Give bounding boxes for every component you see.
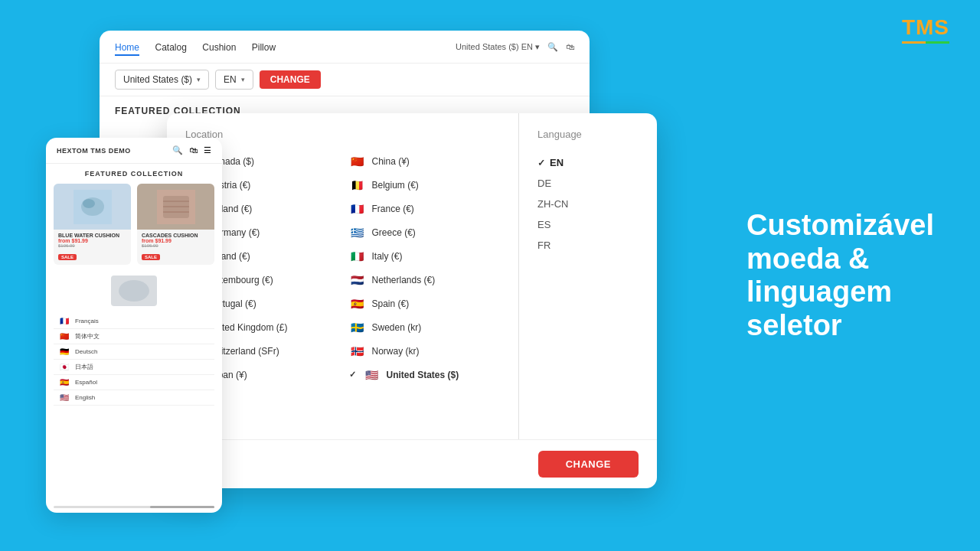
flag-belgium: 🇧🇪	[349, 179, 366, 191]
promo-line3: linguagem	[746, 276, 892, 308]
product-blue-water-price: from $91.99	[58, 238, 126, 243]
country-belgium[interactable]: 🇧🇪 Belgium (€)	[349, 176, 501, 194]
mobile-cart-icon[interactable]: 🛍	[189, 145, 198, 155]
flag-norway: 🇳🇴	[349, 345, 366, 357]
location-title: Location	[185, 129, 500, 140]
country-france[interactable]: 🇫🇷 France (€)	[349, 200, 501, 217]
country-greece-label: Greece (€)	[372, 227, 416, 238]
product-blue-water[interactable]: BLUE WATER CUSHION from $91.99 $106.99 S…	[54, 184, 131, 265]
lang-en[interactable]: ✓ EN	[537, 152, 639, 173]
lang-select-value: EN	[224, 74, 237, 85]
product-cascades-name: CASCADES CUSHION	[142, 233, 210, 238]
country-china-label: China (¥)	[372, 156, 410, 167]
mobile-lang-spanish-label: Español	[75, 379, 97, 386]
mobile-menu-icon[interactable]: ☰	[204, 145, 211, 155]
country-norway[interactable]: 🇳🇴 Norway (kr)	[349, 342, 501, 360]
lang-de[interactable]: DE	[537, 173, 639, 194]
flag-greece: 🇬🇷	[349, 227, 366, 238]
country-netherlands-label: Netherlands (€)	[372, 275, 436, 285]
product-blue-water-name: BLUE WATER CUSHION	[58, 233, 126, 238]
change-button-main[interactable]: CHANGE	[538, 451, 639, 478]
lang-fr[interactable]: FR	[537, 235, 639, 256]
product-cascades-price: from $91.99	[142, 238, 210, 243]
flag-netherlands: 🇳🇱	[349, 274, 366, 285]
mobile-lang-chinese-label: 简体中文	[75, 332, 100, 341]
country-select-arrow: ▾	[197, 76, 201, 83]
svg-point-2	[83, 199, 95, 208]
flag-italy: 🇮🇹	[349, 250, 366, 262]
country-select[interactable]: United States ($) ▾	[115, 70, 209, 90]
flag-china: 🇨🇳	[349, 155, 366, 167]
flag-sweden: 🇸🇪	[349, 321, 366, 333]
mobile-search-icon[interactable]: 🔍	[172, 145, 183, 155]
lang-en-label: EN	[550, 157, 564, 168]
mobile-lang-chinese[interactable]: 🇨🇳 简体中文	[54, 329, 214, 344]
mobile-scroll-indicator	[54, 506, 214, 508]
product-cascades[interactable]: CASCADES CUSHION from $91.99 $106.99 SAL…	[137, 184, 214, 265]
country-belgium-label: Belgium (€)	[372, 180, 419, 191]
mobile-flag-de: 🇩🇪	[58, 347, 70, 356]
product-blue-water-info: BLUE WATER CUSHION from $91.99 $106.99 S…	[54, 230, 131, 265]
tms-logo: TMS	[902, 15, 949, 44]
language-title: Language	[537, 129, 639, 140]
lang-fr-label: FR	[537, 240, 550, 251]
mobile-lang-french-label: Français	[75, 318, 99, 324]
country-netherlands[interactable]: 🇳🇱 Netherlands (€)	[349, 271, 501, 289]
product-blue-water-img	[54, 184, 131, 230]
mobile-lang-french[interactable]: 🇫🇷 Français	[54, 314, 214, 329]
promo-heading: Customizável moeda & linguagem seletor	[746, 209, 934, 343]
modal-body: Location 🇨🇦 Canada ($) 🇨🇳 China (¥) 🇦🇹 A…	[167, 113, 657, 439]
mobile-lang-german[interactable]: 🇩🇪 Deutsch	[54, 344, 214, 360]
lang-select[interactable]: EN ▾	[215, 70, 253, 90]
mobile-lang-japanese[interactable]: 🇯🇵 日本語	[54, 360, 214, 375]
mobile-pillow-img	[111, 276, 157, 306]
country-usa-label: United States ($)	[387, 370, 459, 380]
nav-cushion[interactable]: Cushion	[202, 42, 236, 53]
mobile-lang-english-label: English	[75, 394, 95, 401]
lang-es-label: ES	[537, 219, 550, 230]
mobile-flag-us: 🇺🇸	[58, 393, 70, 402]
mobile-lang-spanish[interactable]: 🇪🇸 Español	[54, 375, 214, 390]
mobile-nav-icons: 🔍 🛍 ☰	[172, 145, 211, 155]
product-cascades-img	[137, 184, 214, 230]
lang-es[interactable]: ES	[537, 214, 639, 235]
country-italy[interactable]: 🇮🇹 Italy (€)	[349, 247, 501, 265]
country-italy-label: Italy (€)	[372, 251, 403, 262]
modal-footer: CHANGE	[167, 439, 657, 488]
nav-pillow[interactable]: Pillow	[252, 42, 276, 53]
country-spain[interactable]: 🇪🇸 Spain (€)	[349, 295, 501, 312]
product-blue-water-sale: SALE	[58, 254, 77, 260]
mobile-preview-card: HEXTOM TMS DEMO 🔍 🛍 ☰ FEATURED COLLECTIO…	[46, 138, 222, 513]
lang-de-label: DE	[537, 178, 551, 189]
product-cascades-info: CASCADES CUSHION from $91.99 $106.99 SAL…	[137, 230, 214, 265]
mobile-scroll-thumb	[150, 506, 214, 508]
search-icon[interactable]: 🔍	[547, 42, 558, 52]
flag-spain: 🇪🇸	[349, 298, 366, 309]
promo-line4: seletor	[746, 309, 842, 341]
country-china[interactable]: 🇨🇳 China (¥)	[349, 152, 501, 170]
browser-nav-right: United States ($) EN ▾ 🔍 🛍	[456, 42, 574, 52]
change-button-bg[interactable]: CHANGE	[260, 70, 321, 89]
country-select-value: United States ($)	[123, 74, 192, 85]
country-greece[interactable]: 🇬🇷 Greece (€)	[349, 223, 501, 241]
country-sweden[interactable]: 🇸🇪 Sweden (kr)	[349, 318, 501, 336]
mobile-flag-es: 🇪🇸	[58, 378, 70, 386]
country-usa[interactable]: ✓ 🇺🇸 United States ($)	[349, 366, 501, 383]
tms-logo-underline	[902, 41, 949, 44]
mobile-language-list: 🇫🇷 Français 🇨🇳 简体中文 🇩🇪 Deutsch 🇯🇵 日本語 🇪🇸…	[46, 308, 222, 506]
cart-icon[interactable]: 🛍	[566, 42, 574, 51]
country-lang-indicator[interactable]: United States ($) EN ▾	[456, 42, 540, 52]
usa-checkmark: ✓	[349, 370, 356, 380]
country-sweden-label: Sweden (kr)	[372, 322, 422, 333]
mobile-products: BLUE WATER CUSHION from $91.99 $106.99 S…	[46, 184, 222, 272]
product-blue-water-old-price: $106.99	[58, 243, 126, 248]
nav-home[interactable]: Home	[115, 42, 139, 56]
promo-line2: moeda &	[746, 242, 869, 274]
lang-zhcn[interactable]: ZH-CN	[537, 194, 639, 214]
browser-nav-links: Home Catalog Cushion Pillow	[115, 40, 288, 54]
mobile-lang-english[interactable]: 🇺🇸 English	[54, 390, 214, 406]
country-france-label: France (€)	[372, 204, 414, 214]
lang-select-arrow: ▾	[241, 76, 245, 83]
language-panel: Language ✓ EN DE ZH-CN ES FR	[519, 113, 657, 439]
nav-catalog[interactable]: Catalog	[155, 42, 186, 53]
